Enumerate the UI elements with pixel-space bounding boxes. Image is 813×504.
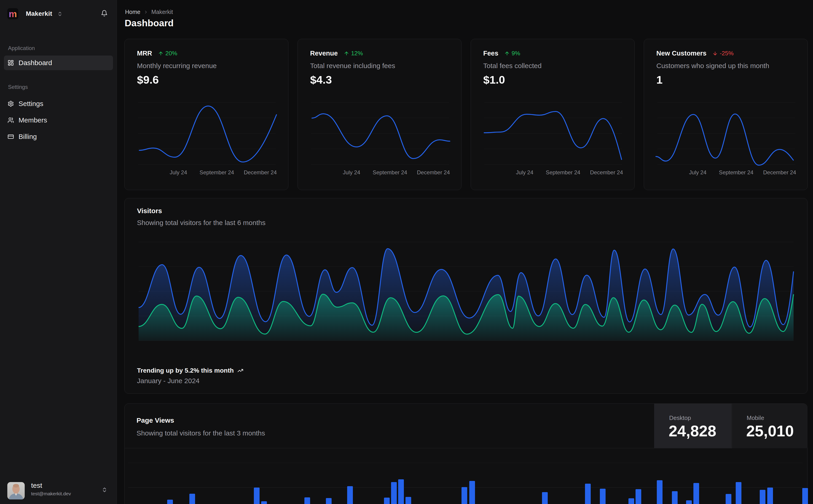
svg-text:m: m	[9, 9, 17, 19]
